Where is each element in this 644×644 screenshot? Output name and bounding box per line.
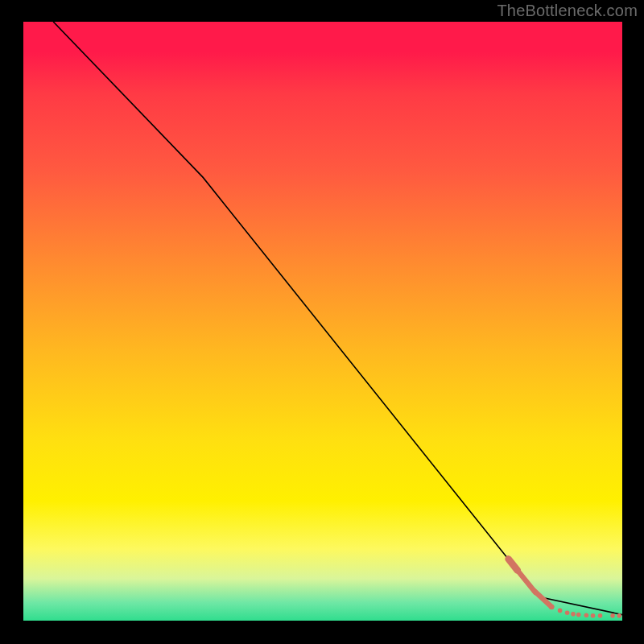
marker-dot [576,613,581,617]
marker-dot [558,609,563,613]
plot-area [23,22,622,621]
marker-dot [591,613,596,618]
marker-dot [598,613,603,618]
marker-dot [617,613,622,618]
marker-dot [610,613,615,618]
marker-dot [584,613,589,618]
marker-dot [571,612,576,617]
marker-group [509,559,622,617]
chart-svg [23,22,622,621]
watermark-text: TheBottleneck.com [497,2,638,20]
marker-dot [549,605,554,609]
bottleneck-curve [53,22,622,615]
marker-dot [565,611,570,616]
chart-frame: TheBottleneck.com [0,0,644,644]
